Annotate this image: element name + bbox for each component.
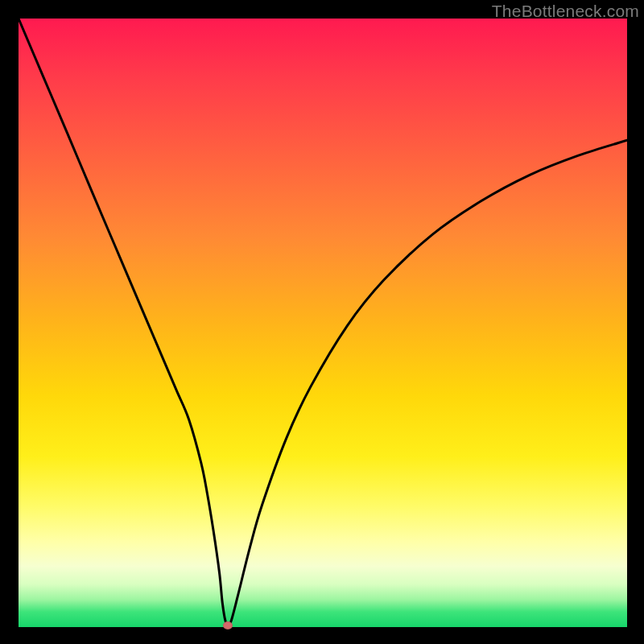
optimal-point-marker — [223, 621, 233, 630]
bottleneck-curve — [19, 19, 627, 627]
chart-frame — [19, 19, 627, 627]
watermark-text: TheBottleneck.com — [492, 2, 639, 21]
